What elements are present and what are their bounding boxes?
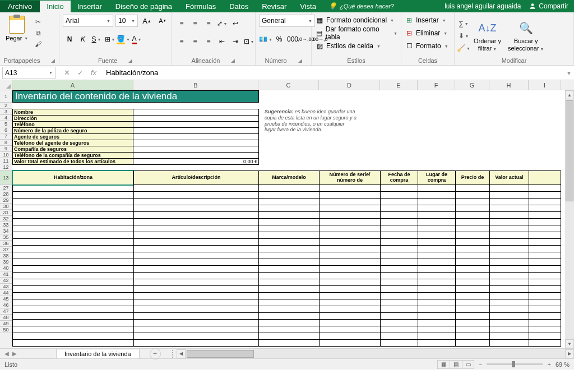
inventory-cell[interactable] <box>258 279 319 286</box>
tab-vista[interactable]: Vista <box>293 1 323 12</box>
inventory-cell[interactable] <box>529 306 561 313</box>
format-cells-button[interactable]: ☐Formato▼ <box>405 40 448 52</box>
inventory-cell[interactable] <box>133 299 258 306</box>
inventory-cell[interactable] <box>489 286 529 293</box>
inventory-cell[interactable] <box>529 273 561 279</box>
inventory-cell[interactable] <box>489 252 529 259</box>
inventory-cell[interactable] <box>319 205 380 212</box>
inventory-cell[interactable] <box>380 286 418 293</box>
row-header-3[interactable]: 3 <box>0 109 12 115</box>
inventory-cell[interactable] <box>12 205 133 212</box>
inventory-cell[interactable] <box>418 313 455 320</box>
inventory-cell[interactable] <box>380 185 418 192</box>
fill-color-button[interactable]: 🪣▼ <box>117 34 130 45</box>
inventory-cell[interactable] <box>319 286 380 293</box>
inventory-cell[interactable] <box>258 212 319 219</box>
inventory-cell[interactable] <box>380 293 418 299</box>
cancel-input-button[interactable]: ✕ <box>60 68 73 77</box>
inventory-header[interactable]: Fecha de compra <box>380 170 418 185</box>
accounting-button[interactable]: 💶▼ <box>259 34 272 45</box>
border-button[interactable]: ⊞▼ <box>103 34 117 45</box>
inventory-cell[interactable] <box>418 199 455 205</box>
inventory-cell[interactable] <box>133 252 258 259</box>
inventory-cell[interactable] <box>12 340 133 347</box>
row-header-28[interactable]: 28 <box>0 191 12 197</box>
inventory-cell[interactable] <box>319 246 380 252</box>
orientation-button[interactable]: ⤢▼ <box>215 18 229 29</box>
inventory-cell[interactable] <box>133 286 258 293</box>
inventory-cell[interactable] <box>455 239 489 246</box>
inventory-cell[interactable] <box>12 259 133 266</box>
column-header-H[interactable]: H <box>489 80 529 90</box>
inventory-cell[interactable] <box>380 333 418 340</box>
inventory-cell[interactable] <box>418 340 455 347</box>
format-table-button[interactable]: ▤Dar formato como tabla▼ <box>315 27 397 39</box>
row-header-29[interactable]: 29 <box>0 197 12 204</box>
inventory-cell[interactable] <box>489 185 529 192</box>
inventory-cell[interactable] <box>319 239 380 246</box>
inventory-cell[interactable] <box>133 219 258 225</box>
cell-styles-button[interactable]: ▨Estilos de celda▼ <box>315 40 397 52</box>
inventory-cell[interactable] <box>380 299 418 306</box>
zoom-level[interactable]: 69 % <box>556 361 570 368</box>
inventory-cell[interactable] <box>133 279 258 286</box>
inventory-cell[interactable] <box>319 192 380 199</box>
inventory-cell[interactable] <box>455 225 489 232</box>
inventory-cell[interactable] <box>380 259 418 266</box>
row-header-27[interactable]: 27 <box>0 185 12 191</box>
tab-insertar[interactable]: Insertar <box>71 1 109 12</box>
inventory-cell[interactable] <box>319 266 380 273</box>
inventory-cell[interactable] <box>455 340 489 347</box>
inventory-cell[interactable] <box>455 293 489 299</box>
inventory-cell[interactable] <box>133 225 258 232</box>
row-header-36[interactable]: 36 <box>0 241 12 247</box>
inventory-cell[interactable] <box>133 259 258 266</box>
inventory-cell[interactable] <box>258 326 319 333</box>
inventory-cell[interactable] <box>529 219 561 225</box>
font-size-select[interactable]: 10▼ <box>115 15 138 27</box>
increase-font-button[interactable]: A▲ <box>140 15 154 26</box>
inventory-cell[interactable] <box>133 266 258 273</box>
inventory-cell[interactable] <box>12 192 133 199</box>
inventory-cell[interactable] <box>258 205 319 212</box>
cut-button[interactable]: ✂ <box>33 17 44 27</box>
info-value-cell[interactable]: 0,00 € <box>133 159 259 164</box>
inventory-cell[interactable] <box>12 266 133 273</box>
inventory-cell[interactable] <box>529 185 561 192</box>
autosum-button[interactable]: ∑▼ <box>458 18 469 29</box>
row-header-50[interactable]: 50 <box>0 327 12 333</box>
align-middle-button[interactable]: ≡ <box>188 18 202 29</box>
sort-filter-button[interactable]: A↓Z Ordenar yfiltrar▼ <box>471 18 503 53</box>
column-header-I[interactable]: I <box>529 80 561 90</box>
inventory-cell[interactable] <box>455 199 489 205</box>
bold-button[interactable]: N <box>63 34 76 45</box>
page-break-view-button[interactable]: ▭ <box>462 360 474 369</box>
row-header-5[interactable]: 5 <box>0 121 12 127</box>
row-header-4[interactable]: 4 <box>0 115 12 121</box>
inventory-cell[interactable] <box>380 326 418 333</box>
format-painter-button[interactable]: 🖌 <box>33 39 44 49</box>
inventory-cell[interactable] <box>489 333 529 340</box>
inventory-cell[interactable] <box>529 333 561 340</box>
column-header-A[interactable]: A <box>12 80 133 90</box>
inventory-cell[interactable] <box>489 299 529 306</box>
inventory-cell[interactable] <box>319 225 380 232</box>
row-header-32[interactable]: 32 <box>0 216 12 222</box>
inventory-cell[interactable] <box>418 219 455 225</box>
inventory-cell[interactable] <box>529 192 561 199</box>
inventory-cell[interactable] <box>380 266 418 273</box>
sheet-nav-buttons[interactable]: ◀▶ <box>0 351 22 357</box>
thousands-button[interactable]: 000 <box>286 34 299 45</box>
inventory-cell[interactable] <box>529 212 561 219</box>
share-button[interactable]: Compartir <box>529 2 568 10</box>
column-header-F[interactable]: F <box>418 80 455 90</box>
merge-button[interactable]: ⊡▼ <box>242 36 256 47</box>
inventory-cell[interactable] <box>12 333 133 340</box>
inventory-cell[interactable] <box>455 205 489 212</box>
insert-cells-button[interactable]: ⊞Insertar▼ <box>405 15 448 26</box>
select-all-button[interactable] <box>0 80 12 90</box>
inventory-cell[interactable] <box>258 333 319 340</box>
inventory-cell[interactable] <box>319 320 380 326</box>
inventory-cell[interactable] <box>529 266 561 273</box>
inventory-cell[interactable] <box>133 313 258 320</box>
